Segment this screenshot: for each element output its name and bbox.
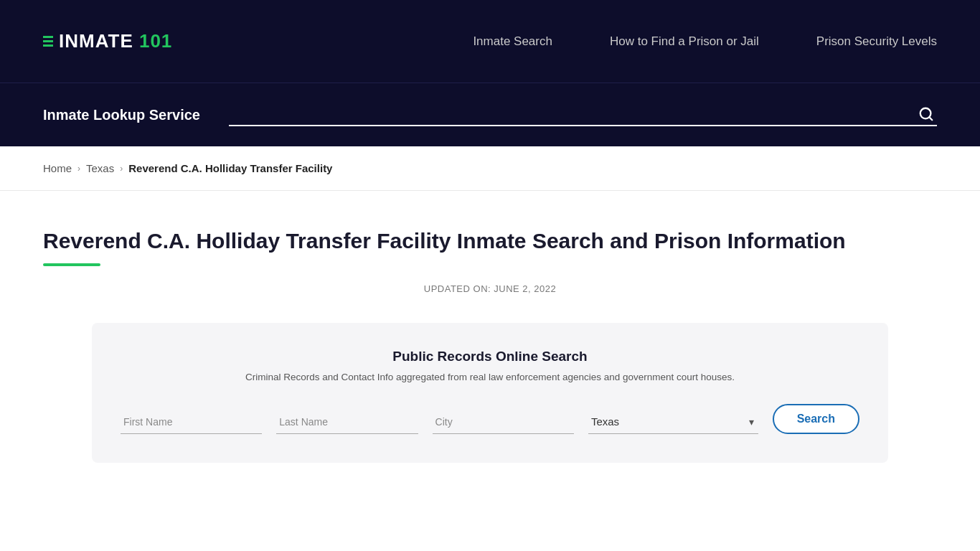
nav-prison-security[interactable]: Prison Security Levels <box>816 34 937 49</box>
last-name-input[interactable] <box>276 410 418 434</box>
search-service-label: Inmate Lookup Service <box>43 107 200 123</box>
search-button[interactable]: Search <box>773 404 859 434</box>
breadcrumb-current: Reverend C.A. Holliday Transfer Facility <box>128 162 332 174</box>
breadcrumb-separator-1: › <box>77 164 80 174</box>
svg-line-1 <box>929 117 932 120</box>
breadcrumb-home[interactable]: Home <box>43 162 72 174</box>
nav-inmate-search[interactable]: Inmate Search <box>473 34 552 49</box>
page-title: Reverend C.A. Holliday Transfer Facility… <box>43 227 937 255</box>
first-name-input[interactable] <box>121 410 262 434</box>
updated-label: UPDATED ON: JUNE 2, 2022 <box>43 283 937 294</box>
card-title: Public Records Online Search <box>121 349 859 364</box>
breadcrumb-separator-2: › <box>120 164 123 174</box>
last-name-field <box>276 410 418 434</box>
search-icon <box>918 106 934 122</box>
public-records-card: Public Records Online Search Criminal Re… <box>92 323 888 463</box>
city-input[interactable] <box>433 410 574 434</box>
search-input-wrapper <box>229 103 937 126</box>
search-bar-section: Inmate Lookup Service <box>0 83 980 146</box>
logo-icon <box>43 36 53 47</box>
search-input[interactable] <box>229 103 937 125</box>
top-navigation: INMATE 101 Inmate Search How to Find a P… <box>0 0 980 83</box>
breadcrumb: Home › Texas › Reverend C.A. Holliday Tr… <box>43 162 937 174</box>
title-underline <box>43 263 100 266</box>
state-select-wrapper: AlabamaAlaskaArizonaArkansasCaliforniaCo… <box>588 410 758 434</box>
state-select[interactable]: AlabamaAlaskaArizonaArkansasCaliforniaCo… <box>588 410 758 434</box>
card-subtitle: Criminal Records and Contact Info aggreg… <box>121 372 859 382</box>
nav-links: Inmate Search How to Find a Prison or Ja… <box>473 34 937 49</box>
nav-how-to-find[interactable]: How to Find a Prison or Jail <box>610 34 759 49</box>
logo-text: INMATE 101 <box>59 30 172 52</box>
search-submit-button[interactable] <box>915 103 937 125</box>
breadcrumb-section: Home › Texas › Reverend C.A. Holliday Tr… <box>0 146 980 191</box>
breadcrumb-state[interactable]: Texas <box>86 162 114 174</box>
state-field: AlabamaAlaskaArizonaArkansasCaliforniaCo… <box>588 410 758 434</box>
site-logo[interactable]: INMATE 101 <box>43 30 172 52</box>
first-name-field <box>121 410 262 434</box>
city-field <box>433 410 574 434</box>
main-content: Reverend C.A. Holliday Transfer Facility… <box>0 191 980 491</box>
public-records-form: AlabamaAlaskaArizonaArkansasCaliforniaCo… <box>121 404 859 434</box>
